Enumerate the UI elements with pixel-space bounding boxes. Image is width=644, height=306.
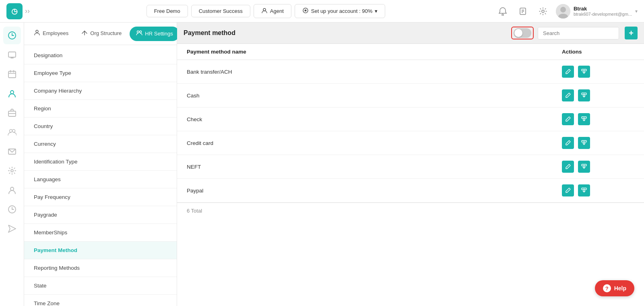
settings-icon-button[interactable] [536,4,550,19]
archive-button[interactable] [578,66,590,78]
menu-item-state[interactable]: State [24,277,177,295]
sidebar-icon-settings[interactable] [3,162,21,180]
total-count: 6 Total [187,208,202,214]
edit-button[interactable] [562,66,574,78]
edit-button[interactable] [562,89,574,101]
search-input[interactable] [538,27,619,39]
hr-tab-icon [136,30,142,37]
table-row: NEFT [177,155,644,179]
agent-label: Agent [270,8,284,14]
sidebar-icon-tv[interactable] [3,46,21,64]
menu-item-memberships[interactable]: MemberShips [24,224,177,242]
edit-button[interactable] [562,161,574,173]
svg-point-23 [12,130,15,132]
setup-icon [302,7,309,15]
sidebar-icon-calendar[interactable] [3,65,21,83]
archive-button[interactable] [578,137,590,149]
left-panel: Employees Org Structure HR Settings [24,23,177,306]
org-tab-icon [81,29,88,37]
menu-item-languages[interactable]: Languages [24,171,177,188]
app-logo[interactable]: ◷ [6,3,23,19]
user-email: btrak607-development@gm... [574,12,632,17]
edit-button[interactable] [562,184,574,196]
sidebar-icon-briefcase[interactable] [3,104,21,122]
row-name: Paypal [187,188,562,194]
document-icon-button[interactable] [516,4,530,19]
nav-center: Free Demo Customer Success Agent Set up … [36,4,495,18]
add-button[interactable]: + [625,27,638,39]
help-label: Help [614,285,626,292]
menu-item-paygrade[interactable]: Paygrade [24,206,177,224]
sidebar-icon-clock2[interactable] [3,201,21,218]
main-wrapper: Employees Org Structure HR Settings [0,23,644,306]
menu-item-pay-frequency[interactable]: Pay Frequency [24,188,177,206]
row-actions [562,113,634,125]
svg-point-3 [502,14,504,16]
edit-button[interactable] [562,137,574,149]
sidebar-icon-user2[interactable] [3,181,21,199]
org-tab-label: Org Structure [90,30,122,36]
row-actions [562,161,634,173]
row-name: Cash [187,93,562,99]
setup-chevron-icon: ▾ [375,8,378,14]
menu-item-identification-type[interactable]: Identification Type [24,153,177,171]
row-actions [562,137,634,149]
tab-org-structure[interactable]: Org Structure [75,23,128,45]
svg-point-25 [11,170,13,172]
nav-right: Btrak btrak607-development@gm... ▾ [495,4,638,19]
menu-item-payment-method[interactable]: Payment Method [24,242,177,259]
free-demo-button[interactable]: Free Demo [147,5,188,17]
archive-button[interactable] [578,184,590,196]
row-name: NEFT [187,164,562,170]
sidebar-icon-group[interactable] [3,123,21,141]
setup-button[interactable]: Set up your account : 90% ▾ [295,4,385,18]
archive-button[interactable] [578,113,590,125]
svg-point-2 [304,10,306,12]
employees-tab-icon [34,29,40,37]
edit-button[interactable] [562,113,574,125]
svg-point-26 [10,187,14,190]
help-button[interactable]: ? Help [595,280,634,296]
menu-item-company-hierarchy[interactable]: Company Hierarchy [24,82,177,100]
row-name: Bank transfer/ACH [187,69,562,75]
sidebar-icon-mail[interactable] [3,143,21,160]
alert-icon-button[interactable] [495,4,510,19]
svg-rect-13 [8,52,16,57]
menu-item-region[interactable]: Region [24,100,177,118]
menu-item-country[interactable]: Country [24,118,177,135]
svg-rect-15 [8,71,16,78]
search-bar [538,27,619,39]
agent-icon [261,7,268,15]
tab-employees[interactable]: Employees [27,23,75,45]
user-profile[interactable]: Btrak btrak607-development@gm... ▾ [556,4,638,19]
toggle-container [511,27,534,39]
table-row: Check [177,108,644,131]
menu-item-time-zone[interactable]: Time Zone [24,295,177,306]
archive-button[interactable] [578,89,590,101]
sidebar-icon-clock[interactable] [3,27,21,44]
employees-tab-label: Employees [43,30,68,36]
toggle-switch[interactable] [514,28,531,38]
menu-item-designation[interactable]: Designation [24,47,177,64]
sidebar-icon-send[interactable] [3,220,21,238]
user-name: Btrak [574,6,632,12]
payment-method-table: Payment method name Actions Bank transfe… [177,44,644,306]
tab-hr-settings[interactable]: HR Settings [130,27,179,41]
menu-item-currency[interactable]: Currency [24,135,177,153]
svg-point-0 [263,8,266,11]
sidebar-icon-person[interactable] [3,85,21,102]
archive-button[interactable] [578,161,590,173]
svg-point-30 [137,31,139,33]
row-name: Credit card [187,140,562,146]
agent-button[interactable]: Agent [254,4,291,18]
menu-item-reporting-methods[interactable]: Reporting Methods [24,259,177,277]
table-row: Cash [177,84,644,108]
table-row: Paypal [177,179,644,203]
svg-point-8 [542,10,544,12]
left-menu: Designation Employee Type Company Hierar… [24,45,177,306]
menu-item-employee-type[interactable]: Employee Type [24,64,177,82]
svg-point-31 [140,31,142,33]
customer-success-button[interactable]: Customer Success [191,5,250,17]
row-actions [562,66,634,78]
user-chevron-icon: ▾ [635,8,638,14]
